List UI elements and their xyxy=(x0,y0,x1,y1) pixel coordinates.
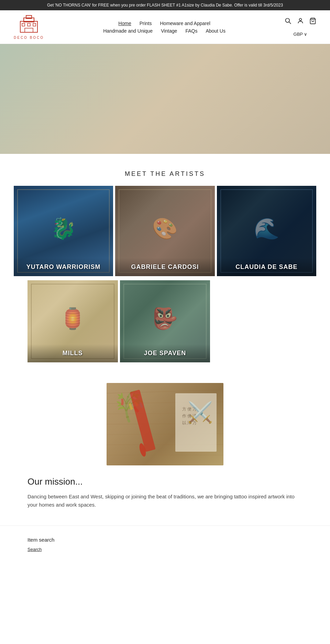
svg-line-12 xyxy=(107,402,223,404)
footer-search-title: Item search xyxy=(28,537,302,543)
artists-grid-bottom: MILLS JOE SPAVEN xyxy=(14,278,316,362)
artist-card-yutaro[interactable]: YUTARO WARRIORISM xyxy=(14,186,113,276)
header-icons-row xyxy=(285,18,316,26)
artists-bottom-row-wrapper: MILLS JOE SPAVEN xyxy=(0,278,330,362)
account-button[interactable] xyxy=(297,18,304,26)
nav-faqs[interactable]: FAQs xyxy=(185,28,197,34)
svg-point-7 xyxy=(286,18,290,22)
mission-image-wrapper: 方 便 万 作 佛 済 以 泽 万 xyxy=(0,362,330,465)
artist-card-gabriele[interactable]: GABRIELE CARDOSI xyxy=(115,186,214,276)
cart-button[interactable] xyxy=(309,18,316,26)
svg-point-9 xyxy=(299,18,302,21)
svg-rect-0 xyxy=(20,21,37,32)
header-actions: GBP ∨ xyxy=(285,18,316,37)
logo-icon xyxy=(19,14,39,35)
logo-text: DECO BOCO xyxy=(14,36,44,39)
currency-selector[interactable]: GBP ∨ xyxy=(294,32,308,37)
artist-card-empty xyxy=(212,280,302,362)
mission-image: 方 便 万 作 佛 済 以 泽 万 xyxy=(107,383,223,465)
nav-handmade[interactable]: Handmade and Unique xyxy=(103,28,153,34)
footer-search-section: Item search Search xyxy=(0,526,330,563)
svg-line-14 xyxy=(107,423,223,424)
svg-line-8 xyxy=(289,22,291,24)
nav-row-1: Home Prints Homeware and Apparel xyxy=(118,21,210,26)
mission-image-svg: 方 便 万 作 佛 済 以 泽 万 xyxy=(107,383,223,465)
svg-text:作 佛 済: 作 佛 済 xyxy=(182,414,197,418)
artists-grid-top: YUTARO WARRIORISM GABRIELE CARDOSI CLAUD… xyxy=(0,186,330,278)
svg-rect-4 xyxy=(28,23,30,26)
mission-body: Dancing between East and West, skipping … xyxy=(28,493,302,509)
artist-label-gabriele: GABRIELE CARDOSI xyxy=(115,258,214,276)
svg-rect-20 xyxy=(175,393,217,452)
svg-line-11 xyxy=(107,390,223,393)
mission-text-section: Our mission... Dancing between East and … xyxy=(0,465,330,526)
svg-rect-18 xyxy=(130,389,156,452)
nav-prints[interactable]: Prints xyxy=(140,21,152,26)
site-header: DECO BOCO Home Prints Homeware and Appar… xyxy=(0,10,330,44)
svg-rect-3 xyxy=(22,23,25,26)
main-nav: Home Prints Homeware and Apparel Handmad… xyxy=(103,21,226,34)
svg-text:以 泽 万: 以 泽 万 xyxy=(182,420,197,425)
nav-row-2: Handmade and Unique Vintage FAQs About U… xyxy=(103,28,226,34)
mission-title: Our mission... xyxy=(28,476,302,487)
artist-card-mills[interactable]: MILLS xyxy=(28,280,118,362)
svg-rect-6 xyxy=(25,28,33,32)
hero-section xyxy=(0,44,330,154)
search-input-row: Search xyxy=(28,547,302,552)
artist-card-claudia[interactable]: CLAUDIA DE SABE xyxy=(217,186,316,276)
artist-card-joespaven[interactable]: JOE SPAVEN xyxy=(120,280,210,362)
svg-text:方 便 万: 方 便 万 xyxy=(182,407,197,411)
nav-homeware[interactable]: Homeware and Apparel xyxy=(160,21,210,26)
artist-label-mills: MILLS xyxy=(28,344,118,362)
artist-label-joespaven: JOE SPAVEN xyxy=(120,344,210,362)
nav-home[interactable]: Home xyxy=(118,21,131,26)
promo-banner: Get 'NO THORNS CAN' for FREE when you pr… xyxy=(0,0,330,10)
meet-artists-title: MEET THE ARTISTS xyxy=(0,154,330,186)
promo-text: Get 'NO THORNS CAN' for FREE when you pr… xyxy=(47,3,283,8)
artist-label-claudia: CLAUDIA DE SABE xyxy=(217,258,316,276)
svg-line-13 xyxy=(107,413,223,414)
artist-label-yutaro: YUTARO WARRIORISM xyxy=(14,258,113,276)
nav-vintage[interactable]: Vintage xyxy=(161,28,177,34)
nav-about[interactable]: About Us xyxy=(206,28,226,34)
footer-search-button[interactable]: Search xyxy=(28,547,42,552)
svg-rect-5 xyxy=(33,23,36,26)
search-button[interactable] xyxy=(285,18,292,26)
logo-area[interactable]: DECO BOCO xyxy=(14,14,44,39)
